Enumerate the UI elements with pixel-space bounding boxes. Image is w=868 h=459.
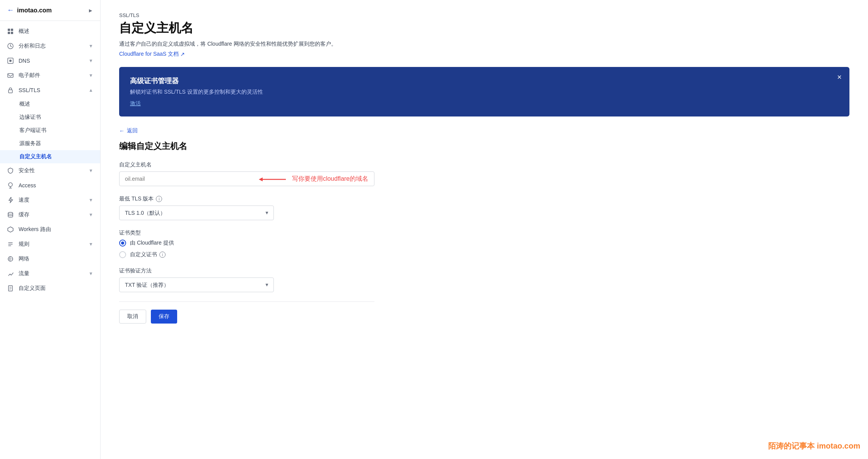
sidebar-nav: 概述 分析和日志 ▼ DNS ▼ 电子邮件 ▼ [0,21,100,299]
rules-icon [7,241,14,248]
lock-icon [7,87,14,94]
chevron-down-icon: ▼ [89,168,93,173]
page-description: 通过客户自己的自定义或虚拟域，将 Cloudflare 网络的安全性和性能优势扩… [119,41,849,48]
traffic-icon [7,270,14,277]
sidebar: ← imotao.com ► 概述 分析和日志 ▼ DNS ▼ [0,0,101,459]
watermark: 陌涛的记事本 imotao.com [768,441,860,451]
hostname-input[interactable] [119,171,374,186]
dns-icon [7,57,14,64]
svg-rect-3 [11,32,13,34]
sidebar-item-email[interactable]: 电子邮件 ▼ [0,68,100,83]
bolt-icon [7,197,14,204]
sidebar-item-label: 规则 [19,241,84,248]
sidebar-item-label: 分析和日志 [19,43,84,50]
cert-type-group: 证书类型 由 Cloudflare 提供 自定义证书 i [119,230,849,258]
cache-icon [7,211,14,218]
tls-version-select[interactable]: TLS 1.0（默认） TLS 1.1 TLS 1.2 TLS 1.3 [119,206,274,220]
sidebar-item-access[interactable]: Access [0,178,100,193]
sidebar-item-rules[interactable]: 规则 ▼ [0,237,100,252]
cert-custom-label: 自定义证书 i [130,251,166,258]
svg-rect-7 [8,74,13,77]
custom-hostname-label: 自定义主机名 [119,161,849,168]
sidebar-item-label: 速度 [19,197,84,204]
sidebar-item-analytics[interactable]: 分析和日志 ▼ [0,39,100,53]
min-tls-label: 最低 TLS 版本 i [119,195,849,202]
chevron-down-icon: ▼ [89,197,93,203]
chevron-down-icon: ▼ [89,271,93,276]
chevron-down-icon: ▼ [89,73,93,78]
sidebar-item-label: 电子邮件 [19,72,84,79]
page-title: 自定义主机名 [119,20,849,37]
cert-type-label: 证书类型 [119,230,849,236]
sidebar-item-label: SSL/TLS [19,87,84,93]
cert-validation-select[interactable]: TXT 验证（推荐） HTTP 验证 Email 验证 [119,277,274,292]
chart-icon [7,43,14,50]
sidebar-item-label: DNS [19,58,84,64]
cert-type-radio-group: 由 Cloudflare 提供 自定义证书 i [119,240,849,258]
radio-cloudflare-circle [119,240,126,247]
sidebar-header[interactable]: ← imotao.com ► [0,0,100,21]
form-actions: 取消 保存 [119,310,849,324]
sidebar-item-label: 网络 [19,255,93,262]
sidebar-item-cache[interactable]: 缓存 ▼ [0,207,100,222]
form-divider [119,301,374,302]
back-arrow-icon: ← [119,128,125,134]
promo-banner-description: 解锁对证书和 SSL/TLS 设置的更多控制和更大的灵活性 [130,89,839,96]
sidebar-item-ssl-overview[interactable]: 概述 [0,98,100,111]
cert-custom-info-icon[interactable]: i [159,252,166,258]
sidebar-item-traffic[interactable]: 流量 ▼ [0,266,100,281]
back-nav[interactable]: ← 返回 [119,127,849,134]
svg-rect-0 [8,29,10,31]
cert-cloudflare-label: 由 Cloudflare 提供 [130,240,174,247]
promo-activate-link[interactable]: 激活 [130,100,141,106]
hostname-input-wrapper: 写你要使用cloudflare的域名 [119,171,374,186]
sidebar-item-label: 概述 [19,28,93,35]
svg-marker-10 [8,227,13,232]
promo-close-button[interactable]: × [837,73,842,81]
shield-icon [7,167,14,174]
sidebar-item-workers[interactable]: Workers 路由 [0,222,100,237]
sidebar-item-ssl-edge[interactable]: 边缘证书 [0,111,100,124]
sidebar-item-ssl-origin[interactable]: 源服务器 [0,137,100,150]
sidebar-item-security[interactable]: 安全性 ▼ [0,163,100,178]
svg-rect-8 [9,90,12,93]
pages-icon [7,285,14,292]
custom-hostname-group: 自定义主机名 写你要使用cloudflare的域名 [119,161,849,186]
chevron-down-icon: ▼ [89,241,93,247]
sidebar-item-ssl-custom[interactable]: 自定义主机名 [0,150,100,163]
sidebar-item-label: 流量 [19,270,84,277]
sidebar-item-ssltls[interactable]: SSL/TLS ▲ [0,83,100,98]
sidebar-item-label: 缓存 [19,211,84,218]
sidebar-item-ssl-client[interactable]: 客户端证书 [0,124,100,137]
radio-custom-circle [119,251,126,258]
network-icon [7,255,14,262]
sidebar-item-label: 安全性 [19,167,84,174]
chevron-down-icon: ▼ [89,58,93,63]
min-tls-info-icon[interactable]: i [156,196,162,202]
sidebar-item-dns[interactable]: DNS ▼ [0,53,100,68]
sidebar-item-custom-pages[interactable]: 自定义页面 [0,281,100,296]
tls-select-wrapper: TLS 1.0（默认） TLS 1.1 TLS 1.2 TLS 1.3 ▼ [119,206,274,220]
access-icon [7,182,14,189]
sidebar-item-network[interactable]: 网络 [0,252,100,266]
mail-icon [7,72,14,79]
grid-icon [7,28,14,35]
docs-link[interactable]: Cloudflare for SaaS 文档 ↗ [119,51,185,58]
back-label: 返回 [127,127,138,134]
sidebar-item-speed[interactable]: 速度 ▼ [0,193,100,207]
chevron-up-icon: ▲ [89,87,93,93]
workers-icon [7,226,14,233]
sidebar-item-label: 自定义页面 [19,285,93,292]
back-arrow-icon[interactable]: ← [7,6,14,14]
save-button[interactable]: 保存 [151,310,177,324]
page-section-label: SSL/TLS [119,12,849,18]
cert-validation-label: 证书验证方法 [119,267,849,274]
docs-link-text: Cloudflare for SaaS 文档 [119,51,179,58]
cancel-button[interactable]: 取消 [119,310,146,324]
sidebar-item-overview[interactable]: 概述 [0,24,100,39]
cert-cloudflare-option[interactable]: 由 Cloudflare 提供 [119,240,849,247]
external-link-icon: ↗ [180,51,185,57]
svg-rect-1 [11,29,13,31]
cert-custom-option[interactable]: 自定义证书 i [119,251,849,258]
main-content: SSL/TLS 自定义主机名 通过客户自己的自定义或虚拟域，将 Cloudfla… [101,0,868,459]
